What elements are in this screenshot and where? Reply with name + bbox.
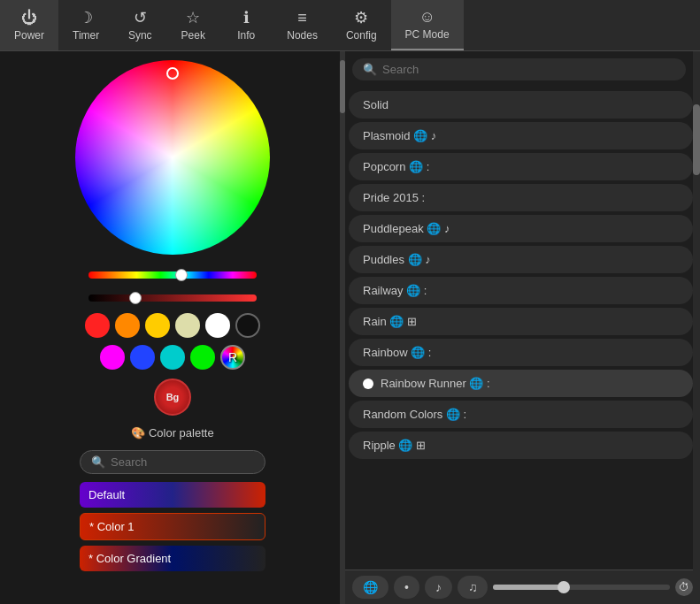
effect-rainbow-label: Rainbow 🌐 : — [363, 346, 431, 359]
brightness-slider-thumb[interactable] — [129, 292, 142, 304]
power-icon: ⏻ — [21, 10, 37, 26]
effect-list: Solid Plasmoid 🌐 ♪ Popcorn 🌐 : Pride 201… — [345, 88, 700, 570]
swatch-cyan[interactable] — [160, 345, 185, 370]
hue-slider-track[interactable] — [88, 271, 257, 279]
nav-pc-mode-label: PC Mode — [405, 28, 450, 41]
time-icon: ⏱ — [675, 578, 693, 596]
wheel-cursor[interactable] — [166, 67, 179, 80]
nav-timer-label: Timer — [73, 29, 99, 42]
effect-ripple-label: Ripple 🌐 ⊞ — [363, 439, 426, 452]
right-panel: 🔍 Solid Plasmoid 🌐 ♪ Popcorn 🌐 : Pride 2… — [345, 51, 700, 604]
nav-power-label: Power — [14, 29, 44, 42]
sync-icon: ↺ — [134, 10, 147, 26]
nav-nodes-label: Nodes — [287, 29, 318, 42]
effect-pride2015-label: Pride 2015 : — [363, 191, 425, 204]
toolbar-btn-globe[interactable]: 🌐 — [352, 576, 388, 599]
effect-rain[interactable]: Rain 🌐 ⊞ — [349, 308, 693, 335]
brightness-slider-container — [88, 291, 257, 305]
nav-power[interactable]: ⏻ Power — [0, 0, 58, 50]
color-wheel[interactable] — [75, 60, 270, 255]
effect-plasmoid[interactable]: Plasmoid 🌐 ♪ — [349, 122, 693, 149]
nav-peek[interactable]: ☆ Peek — [166, 0, 219, 50]
timer-icon: ☽ — [79, 10, 93, 26]
effect-puddlepeak-label: Puddlepeak 🌐 ♪ — [363, 222, 450, 235]
top-nav: ⏻ Power ☽ Timer ↺ Sync ☆ Peek ℹ Info ≡ N… — [0, 0, 700, 51]
hue-slider-thumb[interactable] — [175, 269, 188, 281]
nav-peek-label: Peek — [181, 29, 205, 42]
search-icon-left: 🔍 — [91, 455, 105, 469]
left-search-box[interactable]: 🔍 — [80, 450, 265, 474]
effect-rainbow[interactable]: Rainbow 🌐 : — [349, 339, 693, 366]
swatch-black[interactable] — [235, 313, 260, 338]
nav-sync[interactable]: ↺ Sync — [113, 0, 166, 50]
progress-fill — [493, 585, 564, 590]
bottom-toolbar: 🌐 • ♪ ♫ ⏱ — [345, 570, 700, 604]
effect-plasmoid-label: Plasmoid 🌐 ♪ — [363, 129, 436, 142]
nav-config-label: Config — [346, 29, 377, 42]
search-icon-right: 🔍 — [363, 63, 377, 76]
nav-pc-mode[interactable]: ☺ PC Mode — [391, 0, 464, 50]
nav-info-label: Info — [237, 29, 255, 42]
effect-rainbow-runner-label: Rainbow Runner 🌐 : — [381, 377, 490, 390]
left-search-input[interactable] — [111, 455, 254, 469]
progress-thumb[interactable] — [558, 581, 570, 593]
toolbar-btn-dot[interactable]: • — [394, 576, 419, 599]
peek-icon: ☆ — [186, 10, 200, 26]
effect-puddlepeak[interactable]: Puddlepeak 🌐 ♪ — [349, 215, 693, 242]
swatch-green[interactable] — [190, 345, 215, 370]
swatch-blue[interactable] — [130, 345, 155, 370]
active-dot — [363, 378, 373, 389]
right-search-box[interactable]: 🔍 — [352, 58, 686, 80]
nodes-icon: ≡ — [297, 10, 307, 26]
effect-solid[interactable]: Solid — [349, 91, 693, 119]
palette-item-default[interactable]: Default — [80, 482, 265, 508]
nav-info[interactable]: ℹ Info — [219, 0, 273, 50]
right-scroll[interactable] — [693, 51, 700, 604]
nav-timer[interactable]: ☽ Timer — [58, 0, 113, 50]
effect-random-colors-label: Random Colors 🌐 : — [363, 408, 466, 421]
info-icon: ℹ — [243, 10, 250, 26]
toolbar-btn-note1[interactable]: ♪ — [425, 576, 452, 599]
nav-nodes[interactable]: ≡ Nodes — [273, 0, 332, 50]
effect-random-colors[interactable]: Random Colors 🌐 : — [349, 401, 693, 428]
palette-item-color1[interactable]: * Color 1 — [80, 513, 265, 540]
hue-slider-container — [88, 268, 257, 282]
effect-puddles-label: Puddles 🌐 ♪ — [363, 253, 431, 266]
swatch-yellow[interactable] — [145, 313, 170, 338]
effect-ripple[interactable]: Ripple 🌐 ⊞ — [349, 432, 693, 459]
brightness-slider-track[interactable] — [88, 294, 257, 302]
effect-railway-label: Railway 🌐 : — [363, 284, 427, 297]
toolbar-btn-note2[interactable]: ♫ — [458, 576, 488, 599]
effect-rainbow-runner[interactable]: Rainbow Runner 🌐 : — [349, 370, 693, 397]
right-scroll-thumb[interactable] — [693, 104, 700, 175]
swatches-row-2: R — [100, 345, 245, 370]
swatches-row-1 — [85, 313, 260, 338]
effect-rain-label: Rain 🌐 ⊞ — [363, 315, 417, 328]
bg-button[interactable]: Bg — [154, 378, 191, 416]
swatch-cream[interactable] — [175, 313, 200, 338]
config-icon: ⚙ — [354, 10, 368, 26]
swatch-rainbow[interactable]: R — [220, 345, 245, 370]
right-search-input[interactable] — [382, 63, 675, 76]
color-palette-label: 🎨 Color palette — [131, 426, 213, 440]
pc-mode-icon: ☺ — [419, 9, 435, 25]
nav-config[interactable]: ⚙ Config — [332, 0, 391, 50]
effect-puddles[interactable]: Puddles 🌐 ♪ — [349, 246, 693, 273]
swatch-red[interactable] — [85, 313, 110, 338]
main-layout: R Bg 🎨 Color palette 🔍 Default * Color 1… — [0, 51, 700, 604]
left-panel: R Bg 🎨 Color palette 🔍 Default * Color 1… — [0, 51, 345, 604]
effect-railway[interactable]: Railway 🌐 : — [349, 277, 693, 304]
swatch-white[interactable] — [205, 313, 230, 338]
swatch-magenta[interactable] — [100, 345, 125, 370]
effect-popcorn-label: Popcorn 🌐 : — [363, 160, 429, 173]
swatch-orange[interactable] — [115, 313, 140, 338]
effect-popcorn[interactable]: Popcorn 🌐 : — [349, 153, 693, 180]
effect-solid-label: Solid — [363, 98, 388, 111]
palette-item-gradient[interactable]: * Color Gradient — [80, 546, 265, 571]
progress-bar[interactable] — [493, 585, 670, 590]
nav-sync-label: Sync — [128, 29, 152, 42]
effect-pride2015[interactable]: Pride 2015 : — [349, 184, 693, 211]
